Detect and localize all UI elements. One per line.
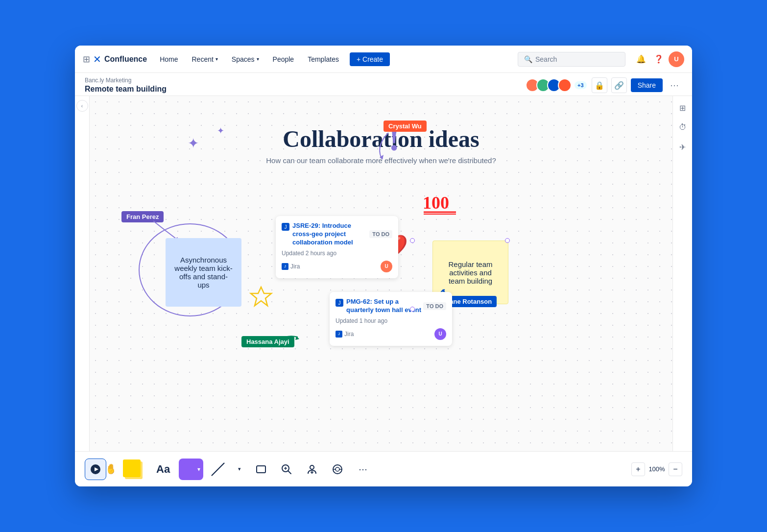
nav-home[interactable]: Home bbox=[155, 52, 183, 66]
sticky-note-2-text: Regular team activities and team buildin… bbox=[441, 260, 500, 285]
jira-card-2-title-row: J PMG-62: Set up a quarterly town hall e… bbox=[336, 298, 423, 314]
collaborator-avatar-4 bbox=[558, 78, 572, 92]
search-canvas-button[interactable] bbox=[276, 459, 297, 480]
play-icon bbox=[90, 464, 101, 475]
nav-recent[interactable]: Recent ▾ bbox=[187, 52, 222, 66]
search-box[interactable]: 🔍 Search bbox=[518, 52, 625, 67]
jira-card-1[interactable]: J JSRE-29: Introduce cross-geo project c… bbox=[276, 216, 398, 278]
zoom-out-button[interactable]: − bbox=[669, 462, 682, 476]
nav-templates[interactable]: Templates bbox=[303, 52, 344, 66]
share-button[interactable]: Share bbox=[631, 78, 663, 92]
jira-card-1-footer: J Jira U bbox=[282, 261, 392, 272]
zoom-controls: + 100% − bbox=[631, 462, 682, 476]
jira-card-1-title-row: J JSRE-29: Introduce cross-geo project c… bbox=[282, 222, 369, 247]
cursor-tool-button[interactable] bbox=[85, 459, 106, 480]
zoom-in-button[interactable]: + bbox=[631, 462, 645, 476]
person-icon bbox=[307, 464, 317, 475]
link-canvas-button[interactable] bbox=[327, 459, 348, 480]
svg-line-13 bbox=[288, 471, 291, 474]
person-tool-button[interactable] bbox=[301, 459, 323, 480]
collaborator-avatars: +3 bbox=[526, 78, 588, 92]
chevron-down-icon: ▾ bbox=[257, 56, 259, 62]
magnify-icon bbox=[281, 464, 292, 475]
page-title: Remote team building bbox=[85, 85, 167, 94]
search-icon: 🔍 bbox=[524, 55, 532, 63]
jira-icon-2: J bbox=[336, 299, 343, 307]
fran-perez-tag: Fran Perez bbox=[121, 211, 164, 222]
sticky-front-layer bbox=[123, 459, 141, 477]
svg-rect-11 bbox=[257, 466, 265, 473]
hassana-ajayi-tag: Hassana Ajayi bbox=[241, 336, 294, 347]
jira-card-1-title: JSRE-29: Introduce cross-geo project col… bbox=[292, 222, 369, 247]
jira-card-2-footer: J Jira U bbox=[336, 328, 446, 340]
star-decoration bbox=[249, 285, 273, 314]
right-toolbar: ⊞ ⏱ ✈ bbox=[672, 96, 692, 451]
page-header: Banc.ly Marketing Remote team building +… bbox=[75, 73, 692, 96]
notifications-button[interactable]: 🔔 bbox=[633, 51, 649, 67]
hand-cursor-indicator: ✋ bbox=[105, 462, 114, 476]
svg-text:✋: ✋ bbox=[105, 463, 114, 474]
sparkle-decoration-2: ✦ bbox=[217, 125, 224, 136]
app-logo[interactable]: ⊞ ✕ Confluence bbox=[83, 53, 147, 65]
canvas-area[interactable]: Collaboration ideas How can our team col… bbox=[90, 96, 672, 451]
breadcrumb-area: Banc.ly Marketing Remote team building bbox=[85, 77, 167, 94]
user-initials: U bbox=[674, 55, 678, 63]
top-navigation: ⊞ ✕ Confluence Home Recent ▾ Spaces ▾ Pe… bbox=[75, 46, 692, 73]
app-name: Confluence bbox=[104, 55, 147, 64]
sticky-note-tool[interactable] bbox=[122, 459, 147, 480]
table-tool-button[interactable]: ⊞ bbox=[675, 100, 691, 116]
more-tools-button[interactable]: ⋯ bbox=[352, 459, 374, 480]
selection-handle-1 bbox=[410, 238, 415, 243]
svg-point-16 bbox=[310, 465, 314, 469]
header-actions: +3 🔒 🔗 Share ⋯ bbox=[526, 77, 682, 93]
canvas-title-area: Collaboration ideas How can our team col… bbox=[266, 125, 496, 165]
link-button[interactable]: 🔗 bbox=[611, 77, 627, 93]
shape-color-button[interactable]: ▾ bbox=[179, 459, 203, 480]
zoom-level-display: 100% bbox=[647, 465, 667, 473]
browser-window: ⊞ ✕ Confluence Home Recent ▾ Spaces ▾ Pe… bbox=[75, 46, 692, 486]
selection-handle-2 bbox=[505, 238, 510, 243]
jira-card-2[interactable]: J PMG-62: Set up a quarterly town hall e… bbox=[330, 292, 452, 346]
jira-source-icon-1: J bbox=[282, 263, 288, 270]
color-chevron: ▾ bbox=[197, 466, 200, 473]
hundred-decoration: 100 bbox=[423, 194, 457, 215]
svg-point-20 bbox=[336, 467, 339, 471]
line-dropdown-button[interactable]: ▾ bbox=[233, 459, 246, 480]
grid-icon: ⊞ bbox=[83, 54, 90, 65]
jira-card-2-title: PMG-62: Set up a quarterly town hall eve… bbox=[346, 298, 423, 314]
sidebar-toggle[interactable]: ‹ bbox=[76, 100, 88, 112]
rectangle-icon bbox=[256, 465, 266, 474]
more-options-button[interactable]: ⋯ bbox=[667, 77, 682, 93]
sticky-note-1-text: Asynchronous weekly team kick-offs and s… bbox=[173, 256, 234, 289]
chevron-down-icon: ▾ bbox=[216, 56, 218, 62]
svg-marker-5 bbox=[251, 287, 271, 306]
line-tool-button[interactable] bbox=[207, 459, 229, 480]
pointer-tool-button[interactable]: ✈ bbox=[675, 139, 691, 155]
nav-spaces[interactable]: Spaces ▾ bbox=[227, 52, 264, 66]
jira-card-1-updated: Updated 2 hours ago bbox=[282, 250, 392, 257]
jira-icon-1: J bbox=[282, 223, 289, 231]
chevron-down-icon: ▾ bbox=[238, 466, 241, 472]
jira-card-1-status: TO DO bbox=[369, 230, 392, 238]
user-avatar[interactable]: U bbox=[669, 51, 684, 67]
svg-line-10 bbox=[212, 463, 224, 475]
left-sidebar: ‹ bbox=[75, 96, 90, 451]
sticky-note-1[interactable]: Asynchronous weekly team kick-offs and s… bbox=[166, 238, 241, 307]
text-tool-button[interactable]: Aa bbox=[151, 461, 175, 478]
crystal-wu-tag: Crystal Wu bbox=[384, 121, 427, 132]
jira-card-2-assignee: U bbox=[434, 328, 446, 340]
search-placeholder: Search bbox=[535, 55, 557, 63]
rectangle-tool-button[interactable] bbox=[250, 459, 272, 480]
jira-card-1-header: J JSRE-29: Introduce cross-geo project c… bbox=[282, 222, 392, 247]
lock-button[interactable]: 🔒 bbox=[592, 77, 607, 93]
timer-tool-button[interactable]: ⏱ bbox=[675, 120, 691, 135]
jira-source-icon-2: J bbox=[336, 331, 342, 338]
breadcrumb[interactable]: Banc.ly Marketing bbox=[85, 77, 167, 84]
jira-card-1-assignee: U bbox=[381, 261, 392, 272]
main-content: ‹ Collaboration ideas How can our team c… bbox=[75, 96, 692, 451]
help-button[interactable]: ❓ bbox=[651, 51, 667, 67]
jira-card-2-source: J Jira bbox=[336, 331, 354, 338]
create-button[interactable]: + Create bbox=[350, 52, 390, 66]
nav-people[interactable]: People bbox=[268, 52, 299, 66]
jira-card-2-updated: Updated 1 hour ago bbox=[336, 317, 446, 324]
